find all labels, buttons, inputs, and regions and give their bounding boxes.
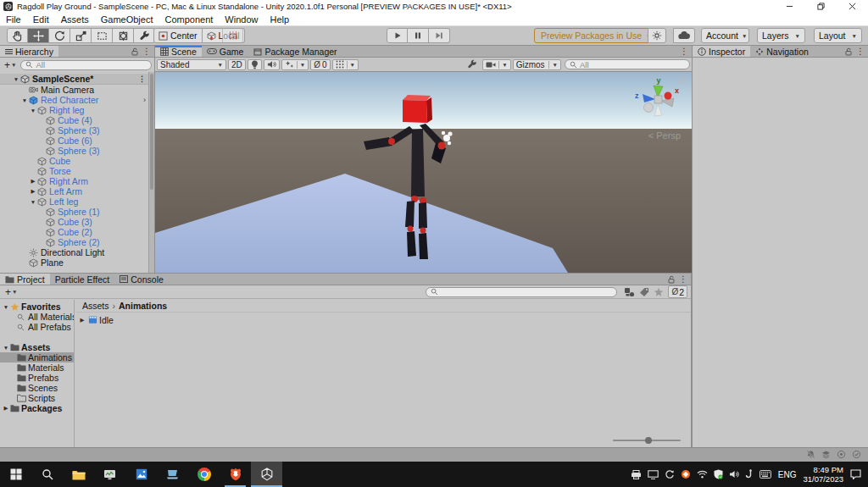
account-dropdown[interactable]: Account▼: [701, 28, 749, 43]
foldout-arrow[interactable]: ▼: [2, 304, 10, 310]
panel-menu-icon[interactable]: ⋮: [680, 47, 688, 56]
panel-menu-icon[interactable]: ⋮: [679, 275, 687, 284]
project-tree-item[interactable]: ▼Favorites: [0, 302, 74, 312]
hierarchy-scrollbar[interactable]: [148, 72, 154, 273]
item-menu-icon[interactable]: ⋮: [138, 75, 148, 83]
hierarchy-item[interactable]: ▶Right Arm: [0, 176, 148, 186]
tab-navigation[interactable]: Navigation: [750, 46, 814, 57]
scene-search-input[interactable]: All: [565, 59, 690, 69]
layers-dropdown[interactable]: Layers▼: [757, 28, 805, 43]
taskbar-brave-button[interactable]: [220, 462, 251, 487]
project-search-input[interactable]: [426, 287, 617, 297]
hierarchy-item[interactable]: Torse: [0, 166, 148, 176]
tab-particle-effect[interactable]: Particle Effect: [50, 274, 115, 285]
project-tree-item[interactable]: ▶Packages: [0, 403, 74, 413]
bell-off-icon[interactable]: [806, 450, 815, 459]
hierarchy-item[interactable]: Cube (2): [0, 227, 148, 237]
minimize-button[interactable]: [774, 0, 805, 13]
menu-assets[interactable]: Assets: [55, 14, 95, 25]
tab-console[interactable]: Console: [114, 274, 169, 285]
asset-zoom-slider[interactable]: [613, 440, 681, 441]
hierarchy-add-button[interactable]: +▼: [3, 59, 18, 71]
custom-tool-tool-button[interactable]: [134, 28, 155, 43]
hierarchy-item[interactable]: ▶Left Arm: [0, 186, 148, 196]
layers-icon[interactable]: [821, 450, 831, 459]
tab-inspector[interactable]: Inspector: [693, 46, 750, 57]
hierarchy-item[interactable]: Directional Light: [0, 247, 148, 257]
tab-scene[interactable]: Scene: [155, 46, 202, 57]
taskbar-photos-button[interactable]: [125, 462, 157, 487]
breadcrumb-current[interactable]: Animations: [119, 301, 167, 311]
hierarchy-item[interactable]: Sphere (1): [0, 207, 148, 217]
move-tool-button[interactable]: [28, 28, 49, 43]
menu-help[interactable]: Help: [264, 14, 295, 25]
printer-tray-icon[interactable]: [631, 470, 642, 479]
scene-visibility-button[interactable]: Ø0: [310, 59, 330, 70]
lock-icon[interactable]: [131, 47, 138, 56]
taskbar-this-pc-button[interactable]: [157, 462, 188, 487]
perspective-label[interactable]: < Persp: [648, 130, 681, 141]
scene-camera-dropdown[interactable]: ▼: [482, 59, 510, 70]
menu-component[interactable]: Component: [159, 14, 219, 25]
hierarchy-item[interactable]: Cube (4): [0, 115, 148, 125]
lock-icon[interactable]: [845, 47, 852, 56]
foldout-arrow[interactable]: ▼: [12, 76, 20, 82]
clock[interactable]: 8:49 PM 31/07/2023: [803, 465, 843, 484]
menu-window[interactable]: Window: [219, 14, 264, 25]
project-tree-item[interactable]: Prefabs: [0, 373, 74, 383]
taskbar-chrome-button[interactable]: [188, 462, 220, 487]
taskbar-explorer-button[interactable]: [63, 462, 94, 487]
foldout-arrow[interactable]: ▼: [29, 108, 37, 113]
breadcrumb-root[interactable]: Assets: [82, 301, 109, 311]
effects-dropdown[interactable]: ▼: [281, 59, 309, 70]
grid-visibility-dropdown[interactable]: ▼: [332, 59, 359, 70]
hook-tray-icon[interactable]: [745, 469, 754, 479]
check-circle-icon[interactable]: [852, 450, 861, 459]
anydesk-tray-icon[interactable]: [681, 469, 691, 479]
wifi-tray-icon[interactable]: [697, 470, 708, 479]
asset-item-idle[interactable]: ▶ Idle: [75, 314, 691, 325]
foldout-arrow[interactable]: ▼: [20, 97, 29, 103]
scale-tool-button[interactable]: [70, 28, 92, 43]
hidden-packages-toggle[interactable]: Ø2: [668, 285, 687, 298]
layout-dropdown[interactable]: Layout▼: [814, 28, 862, 43]
menu-gameobject[interactable]: GameObject: [95, 14, 159, 25]
panel-menu-icon[interactable]: ⋮: [142, 47, 151, 56]
play-button[interactable]: [387, 28, 408, 43]
tab-project[interactable]: Project: [0, 274, 50, 285]
project-tree-item[interactable]: Scripts: [0, 393, 74, 403]
project-tree-item[interactable]: All Materials: [0, 312, 74, 322]
project-add-button[interactable]: +▼: [3, 286, 19, 298]
menu-file[interactable]: File: [0, 14, 27, 25]
gizmo-lock-icon[interactable]: [679, 75, 686, 84]
editor-tools-button[interactable]: [464, 59, 481, 70]
lighting-toggle-button[interactable]: [248, 59, 262, 70]
draw-mode-dropdown[interactable]: Shaded▼: [157, 59, 226, 70]
hierarchy-item[interactable]: Sphere (3): [0, 146, 148, 156]
pause-button[interactable]: [408, 28, 429, 43]
taskbar-search-button[interactable]: [31, 462, 63, 487]
close-button[interactable]: [837, 0, 868, 13]
favorites-filter-icon[interactable]: [654, 287, 664, 297]
rotate-tool-button[interactable]: [49, 28, 70, 43]
project-tree-item[interactable]: Scenes: [0, 383, 74, 393]
foldout-arrow[interactable]: ▶: [29, 188, 37, 195]
hierarchy-search-input[interactable]: All: [20, 60, 152, 70]
grid-snap-button[interactable]: [222, 28, 243, 43]
panel-menu-icon[interactable]: ⋮: [856, 47, 865, 56]
hierarchy-item[interactable]: Main Camera: [0, 85, 148, 95]
hierarchy-item[interactable]: Sphere (2): [0, 237, 148, 247]
tab-game[interactable]: Game: [202, 46, 249, 57]
search-by-label-icon[interactable]: [639, 287, 649, 297]
pivot-toggle-button[interactable]: Center: [153, 28, 203, 43]
keyboard-tray-icon[interactable]: [760, 470, 771, 479]
hierarchy-item[interactable]: Plane: [0, 257, 148, 268]
project-tree-item[interactable]: Animations: [0, 352, 74, 362]
tab-hierarchy[interactable]: Hierarchy: [0, 46, 58, 57]
monitor-tray-icon[interactable]: [648, 470, 659, 479]
hierarchy-item[interactable]: ▼SampleScene*⋮: [0, 74, 148, 85]
hierarchy-item[interactable]: ▼Left leg: [0, 196, 148, 207]
foldout-arrow[interactable]: ▼: [2, 345, 10, 351]
hand-tool-button[interactable]: [7, 28, 28, 43]
lock-icon[interactable]: [668, 275, 675, 284]
